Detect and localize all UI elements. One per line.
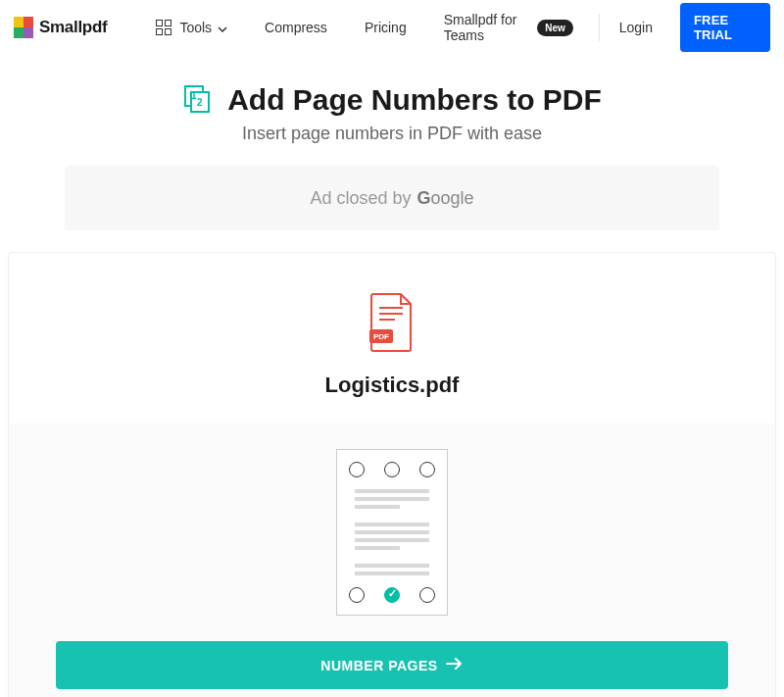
nav-teams-label: Smallpdf for Teams bbox=[444, 12, 532, 43]
logo-icon bbox=[14, 17, 33, 38]
chevron-down-icon bbox=[218, 20, 227, 35]
free-trial-button[interactable]: FREE TRIAL bbox=[680, 3, 770, 52]
main-card: PDF Logistics.pdf NUMBER PAGES bbox=[8, 252, 776, 697]
position-bottom-right[interactable] bbox=[419, 587, 435, 603]
position-picker bbox=[336, 449, 448, 616]
brand-name: Smallpdf bbox=[39, 18, 107, 37]
nav-teams[interactable]: Smallpdf for Teams New bbox=[434, 6, 583, 49]
pdf-file-icon: PDF bbox=[368, 339, 416, 356]
file-preview: PDF Logistics.pdf bbox=[9, 253, 775, 398]
file-name: Logistics.pdf bbox=[9, 373, 775, 398]
page-header: 1 2 Add Page Numbers to PDF Insert page … bbox=[0, 82, 784, 144]
page-subtitle: Insert page numbers in PDF with ease bbox=[0, 124, 784, 144]
ad-closed-banner: Ad closed by Google bbox=[65, 166, 719, 230]
new-badge: New bbox=[537, 20, 573, 36]
position-bottom-center[interactable] bbox=[384, 587, 400, 603]
position-bottom-left[interactable] bbox=[349, 587, 365, 603]
brand-logo[interactable]: Smallpdf bbox=[14, 17, 107, 38]
grid-icon bbox=[156, 20, 172, 35]
arrow-right-icon bbox=[446, 657, 464, 673]
number-pages-label: NUMBER PAGES bbox=[320, 658, 437, 673]
svg-text:2: 2 bbox=[197, 97, 203, 108]
ad-text: Ad closed by bbox=[310, 188, 411, 209]
svg-text:PDF: PDF bbox=[373, 332, 389, 341]
nav-login[interactable]: Login bbox=[610, 14, 662, 41]
page-number-icon: 1 2 bbox=[182, 82, 214, 118]
nav-pricing[interactable]: Pricing bbox=[355, 14, 416, 41]
free-trial-label: FREE TRIAL bbox=[694, 13, 732, 42]
nav-compress[interactable]: Compress bbox=[255, 14, 337, 41]
page-title: Add Page Numbers to PDF bbox=[227, 83, 602, 117]
nav-compress-label: Compress bbox=[265, 20, 327, 35]
nav-login-label: Login bbox=[619, 20, 653, 35]
nav-divider bbox=[599, 14, 600, 41]
google-logo-text: Google bbox=[417, 188, 474, 209]
top-nav: Smallpdf Tools Compress Pricing Smallpdf… bbox=[0, 0, 784, 55]
options-section: NUMBER PAGES bbox=[9, 423, 775, 697]
document-lines-icon bbox=[355, 489, 429, 575]
nav-pricing-label: Pricing bbox=[365, 20, 407, 35]
position-top-left[interactable] bbox=[349, 462, 365, 477]
nav-tools-label: Tools bbox=[179, 20, 212, 35]
position-top-center[interactable] bbox=[384, 462, 400, 477]
nav-tools[interactable]: Tools bbox=[146, 14, 237, 41]
number-pages-button[interactable]: NUMBER PAGES bbox=[56, 641, 728, 689]
position-top-right[interactable] bbox=[419, 462, 435, 477]
